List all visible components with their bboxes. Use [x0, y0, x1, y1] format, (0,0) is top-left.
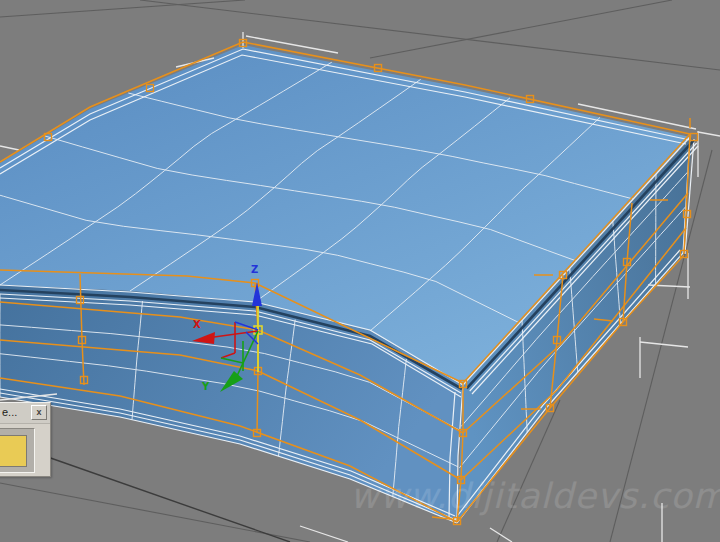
scene-canvas[interactable]: X Y Z www.dijitaldevs.com	[0, 0, 720, 542]
viewport-3d[interactable]: X Y Z www.dijitaldevs.com e... x	[0, 0, 720, 542]
gizmo-y-label: Y	[201, 381, 210, 392]
gizmo-x-label: X	[193, 319, 201, 330]
window-titlebar[interactable]: e... x	[0, 403, 50, 424]
color-selector-window: e... x	[0, 402, 51, 477]
close-button[interactable]: x	[31, 405, 47, 420]
watermark-text: www.dijitaldevs.com	[350, 476, 720, 516]
color-swatch[interactable]	[0, 435, 27, 467]
close-icon: x	[36, 407, 41, 417]
swatch-frame	[0, 428, 35, 473]
gizmo-z-label: Z	[251, 264, 258, 275]
window-title: e...	[2, 406, 17, 418]
